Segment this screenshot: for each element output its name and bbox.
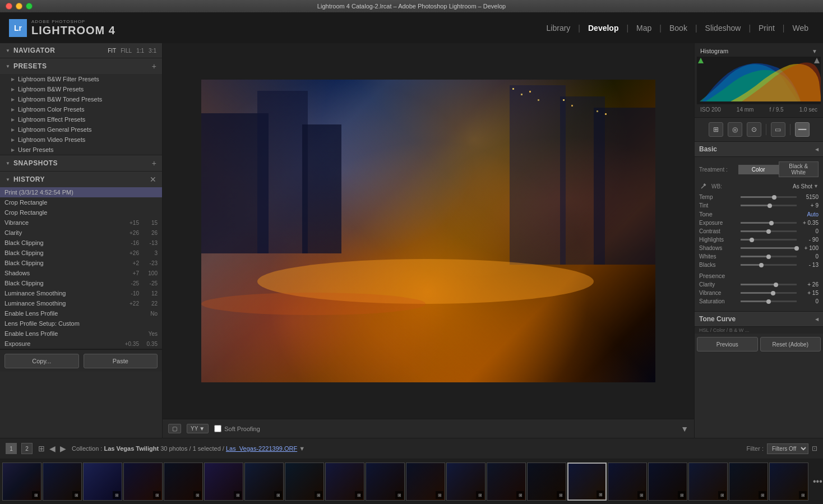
nav-fill[interactable]: FILL xyxy=(121,48,132,54)
nav-3to1[interactable]: 3:1 xyxy=(149,48,156,54)
film-thumb[interactable]: ⊞ xyxy=(487,463,526,501)
collection-name[interactable]: Las Vegas Twilight xyxy=(104,445,159,452)
shadows-slider[interactable] xyxy=(741,247,797,249)
history-item[interactable]: Black Clipping -25 -25 xyxy=(0,278,162,288)
history-item[interactable]: Vibrance +15 15 xyxy=(0,218,162,228)
history-item[interactable]: Enable Lens Profile No xyxy=(0,308,162,318)
adjustment-brush-tool[interactable]: ━━ xyxy=(795,122,810,137)
maximize-button[interactable] xyxy=(26,3,33,10)
history-item[interactable]: Exposure +0.35 0.35 xyxy=(0,339,162,349)
auto-button[interactable]: Auto xyxy=(807,211,819,218)
preset-item[interactable]: ▶Lightroom B&W Toned Presets xyxy=(0,94,162,104)
history-item[interactable]: Black Clipping -16 -13 xyxy=(0,238,162,248)
history-item[interactable]: Black Clipping +2 -23 xyxy=(0,258,162,268)
film-thumb[interactable]: ⊞ xyxy=(204,463,243,501)
film-thumb[interactable]: ⊞ xyxy=(608,463,647,501)
film-thumb[interactable]: ⊞ xyxy=(43,463,82,501)
wb-value[interactable]: As Shot xyxy=(734,183,812,189)
spot-removal-tool[interactable]: ◎ xyxy=(728,122,742,137)
redeye-tool[interactable]: ⊙ xyxy=(747,122,761,137)
window-controls[interactable] xyxy=(6,3,33,10)
film-thumb-selected[interactable]: ⊞ xyxy=(567,463,607,501)
navigator-header[interactable]: ▼ Navigator FIT FILL 1:1 3:1 xyxy=(0,43,162,58)
filmstrip-more[interactable]: ••• xyxy=(810,477,823,487)
nav-book[interactable]: Book xyxy=(664,21,693,35)
history-item[interactable]: Black Clipping +26 3 xyxy=(0,248,162,258)
preset-item[interactable]: ▶User Presets xyxy=(0,145,162,155)
snapshots-add[interactable]: + xyxy=(152,159,156,168)
snapshots-header[interactable]: ▼ Snapshots + xyxy=(0,155,162,171)
yy-button[interactable]: YY ▼ xyxy=(187,424,209,433)
history-item[interactable]: Crop Rectangle xyxy=(0,207,162,218)
filter-expand[interactable]: ⊡ xyxy=(812,445,817,452)
highlights-slider[interactable] xyxy=(741,239,797,241)
nav-fit[interactable]: FIT xyxy=(108,48,116,54)
film-thumb[interactable]: ⊞ xyxy=(164,463,203,501)
contrast-slider[interactable] xyxy=(741,230,797,232)
filename[interactable]: Las_Vegas-2221399.ORF xyxy=(226,445,297,452)
film-thumb[interactable]: ⊞ xyxy=(2,463,41,501)
nav-library[interactable]: Library xyxy=(541,21,576,35)
history-item[interactable]: Print (3/3/12 4:52:54 PM) xyxy=(0,187,162,197)
filename-dropdown[interactable]: ▼ xyxy=(299,445,305,452)
history-item[interactable]: Crop Rectangle xyxy=(0,197,162,207)
preset-item[interactable]: ▶Lightroom Color Presets xyxy=(0,104,162,114)
histogram-arrow[interactable]: ▼ xyxy=(812,48,817,54)
toolbar-dropdown-arrow[interactable]: ▼ xyxy=(681,424,688,433)
close-button[interactable] xyxy=(6,3,12,10)
tint-slider[interactable] xyxy=(741,205,797,206)
presets-add[interactable]: + xyxy=(152,62,156,71)
preset-item[interactable]: ▶Lightroom Effect Presets xyxy=(0,114,162,124)
nav-develop[interactable]: Develop xyxy=(582,21,624,35)
film-thumb[interactable]: ⊞ xyxy=(729,463,768,501)
temp-slider[interactable] xyxy=(741,196,797,198)
preset-item[interactable]: ▶Lightroom General Presets xyxy=(0,124,162,135)
history-item[interactable]: Enable Lens Profile Yes xyxy=(0,329,162,339)
history-item[interactable]: Luminance Smoothing -10 12 xyxy=(0,288,162,298)
film-thumb[interactable]: ⊞ xyxy=(648,463,687,501)
filmstrip-grid-icon[interactable]: ⊞ xyxy=(37,443,46,454)
film-thumb[interactable]: ⊞ xyxy=(123,463,163,501)
history-clear[interactable]: ✕ xyxy=(150,175,156,184)
history-item[interactable]: Clarity +26 26 xyxy=(0,228,162,238)
nav-slideshow[interactable]: Slideshow xyxy=(700,21,747,35)
wb-dropdown[interactable]: ▼ xyxy=(813,183,819,189)
film-thumb[interactable]: ⊞ xyxy=(527,463,566,501)
paste-button[interactable]: Paste xyxy=(84,354,158,368)
yy-dropdown[interactable]: ▼ xyxy=(199,426,205,432)
crop-tool[interactable]: ⊞ xyxy=(709,122,723,137)
preset-item[interactable]: ▶Lightroom B&W Presets xyxy=(0,84,162,94)
tone-curve-header[interactable]: Tone Curve ◀ xyxy=(695,312,823,327)
saturation-slider[interactable] xyxy=(741,300,797,302)
page-1-button[interactable]: 1 xyxy=(6,443,17,454)
preset-item[interactable]: ▶Lightroom B&W Filter Presets xyxy=(0,74,162,84)
history-item[interactable]: Shadows +7 100 xyxy=(0,268,162,278)
page-2-button[interactable]: 2 xyxy=(21,443,33,454)
nav-web[interactable]: Web xyxy=(787,21,814,35)
film-thumb[interactable]: ⊞ xyxy=(83,463,122,501)
clarity-slider[interactable] xyxy=(741,284,797,285)
view-mode-button[interactable]: ▢ xyxy=(168,424,181,433)
film-thumb[interactable]: ⊞ xyxy=(366,463,405,501)
blacks-slider[interactable] xyxy=(741,264,797,266)
nav-1to1[interactable]: 1:1 xyxy=(136,48,144,54)
film-thumb[interactable]: ⊞ xyxy=(406,463,445,501)
preset-item[interactable]: ▶Lightroom Video Presets xyxy=(0,135,162,145)
previous-button[interactable]: Previous xyxy=(697,337,758,352)
history-item[interactable]: Luminance Smoothing +22 22 xyxy=(0,298,162,308)
film-thumb[interactable]: ⊞ xyxy=(446,463,486,501)
film-thumb[interactable]: ⊞ xyxy=(244,463,284,501)
minimize-button[interactable] xyxy=(16,3,22,10)
film-thumb[interactable]: ⊞ xyxy=(325,463,364,501)
basic-section-header[interactable]: Basic ◀ xyxy=(695,142,823,157)
nav-map[interactable]: Map xyxy=(631,21,657,35)
eyedropper-icon[interactable] xyxy=(699,182,708,191)
whites-slider[interactable] xyxy=(741,256,797,257)
nav-print[interactable]: Print xyxy=(753,21,780,35)
film-thumb[interactable]: ⊞ xyxy=(688,463,728,501)
soft-proofing-checkbox[interactable] xyxy=(214,425,221,432)
vibrance-slider[interactable] xyxy=(741,292,797,294)
presets-header[interactable]: ▼ Presets + xyxy=(0,58,162,74)
graduated-filter-tool[interactable]: ▭ xyxy=(771,122,785,137)
color-treatment-button[interactable]: Color xyxy=(738,165,779,174)
